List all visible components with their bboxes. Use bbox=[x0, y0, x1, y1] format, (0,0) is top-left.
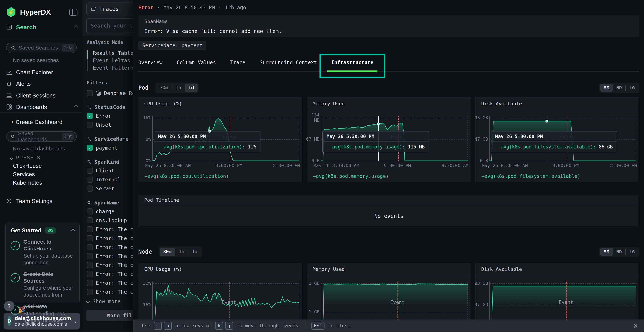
chart-header: Memory Used bbox=[307, 98, 471, 110]
get-started-item-title: Add Data bbox=[24, 303, 74, 310]
get-started-item[interactable]: ✓Create Data SourcesConfigure where your… bbox=[10, 271, 74, 298]
footer-use-label: Use bbox=[142, 323, 150, 328]
filter-option-label: Error bbox=[96, 113, 111, 119]
chart-explorer-label: Chart Explorer bbox=[16, 69, 53, 76]
sidebar-item-team-settings[interactable]: Team Settings bbox=[6, 196, 78, 206]
sidebar-item-chart-explorer[interactable]: Chart Explorer bbox=[6, 67, 78, 77]
checkbox[interactable] bbox=[87, 271, 93, 277]
checkbox-checked[interactable]: ✓ bbox=[87, 113, 93, 119]
sidebar-item-alerts[interactable]: Alerts bbox=[6, 79, 78, 89]
pod-section-header: Pod 30m1h1d SMMDLG bbox=[138, 82, 639, 94]
tab-infrastructure[interactable]: Infrastructure bbox=[331, 54, 374, 71]
pod-charts-row: CPU Usage (%)16%8%0%EventMay 26 5:30:00 … bbox=[138, 97, 639, 182]
shortcut-badge: ⌘K bbox=[62, 133, 74, 140]
chart-body: 93 GB47 GB0 BEventMay 26 5:30:00 PM— avg… bbox=[476, 110, 639, 182]
node-range-toggle: 30m1h1d bbox=[158, 246, 202, 257]
chart-plot-pod-disk[interactable]: 93 GB47 GB0 BEventMay 26 5:30:00 PM— avg… bbox=[490, 116, 636, 161]
node-size-md[interactable]: MD bbox=[613, 248, 626, 256]
x-axis-label: 8:30:00 AM bbox=[273, 163, 300, 168]
search-icon bbox=[10, 134, 15, 139]
layout-icon bbox=[6, 104, 12, 110]
saved-dashboards-input[interactable]: Saved Dashboards ⌘K bbox=[6, 131, 77, 142]
sidebar-item-client-sessions[interactable]: Client Sessions bbox=[6, 90, 78, 100]
close-icon[interactable]: × bbox=[633, 322, 638, 330]
arrow-keycap: → bbox=[164, 322, 172, 330]
node-size-lg[interactable]: LG bbox=[626, 248, 638, 256]
sidebar-preset-kubernetes[interactable]: Kubernetes bbox=[13, 178, 42, 187]
checkbox[interactable] bbox=[87, 235, 93, 241]
tooltip-series-value: 115 MB bbox=[405, 144, 425, 150]
chevron-up-icon[interactable] bbox=[71, 228, 75, 232]
chart-title: Memory Used bbox=[313, 101, 345, 106]
node-range-1d[interactable]: 1d bbox=[188, 248, 201, 256]
chart-title: Disk Available bbox=[481, 266, 522, 272]
sidebar-item-search[interactable]: Search bbox=[6, 22, 78, 32]
pod-range-30m[interactable]: 30m bbox=[156, 84, 172, 92]
node-range-30m[interactable]: 30m bbox=[160, 248, 175, 256]
tab-trace[interactable]: Trace bbox=[230, 54, 245, 71]
create-dashboard-button[interactable]: + Create Dashboard bbox=[11, 117, 78, 127]
chevron-down-icon bbox=[10, 156, 14, 160]
chart-plot-pod-mem[interactable]: 134 MB67 MB0 BEventMay 26 5:30:00 PM— av… bbox=[321, 116, 468, 161]
user-menu[interactable]: D dale@clickhouse.com dale@clickhouse.co… bbox=[4, 313, 80, 330]
hover-point-marker bbox=[377, 122, 380, 125]
pod-size-lg[interactable]: LG bbox=[626, 84, 638, 92]
checkbox[interactable] bbox=[87, 122, 93, 128]
checkbox[interactable] bbox=[87, 253, 93, 259]
sidebar-preset-services[interactable]: Services bbox=[13, 170, 42, 178]
check-circle-icon: ✓ bbox=[10, 273, 20, 282]
search-icon bbox=[87, 105, 92, 110]
checkbox[interactable] bbox=[87, 208, 93, 214]
checkbox[interactable] bbox=[87, 226, 93, 232]
letter-keycap: j bbox=[225, 322, 233, 330]
sidebar-preset-clickhouse[interactable]: ClickHouse bbox=[13, 162, 42, 170]
pod-range-1d[interactable]: 1d bbox=[185, 84, 198, 92]
y-axis-label: 93 GB bbox=[472, 281, 488, 286]
get-started-item[interactable]: ✓Connect to ClickHouseSet up your databa… bbox=[10, 238, 74, 266]
y-axis-label: 134 MB bbox=[304, 112, 320, 123]
node-range-1h[interactable]: 1h bbox=[175, 248, 188, 256]
checkbox[interactable] bbox=[87, 186, 93, 192]
help-button[interactable]: ? bbox=[4, 301, 14, 311]
checkbox[interactable] bbox=[87, 289, 93, 295]
node-size-sm[interactable]: SM bbox=[600, 248, 613, 256]
sidebar-item-dashboards[interactable]: Dashboards bbox=[6, 102, 78, 112]
y-axis-label: 67 MB bbox=[304, 137, 320, 142]
pod-size-sm[interactable]: SM bbox=[600, 84, 613, 92]
y-axis-label: 47 GB bbox=[472, 302, 488, 307]
checkbox[interactable] bbox=[87, 217, 93, 224]
saved-searches-input[interactable]: Saved Searches ⌘K bbox=[6, 42, 77, 53]
hover-point-marker bbox=[208, 130, 211, 132]
checkbox[interactable] bbox=[87, 168, 93, 174]
footer-divider bbox=[306, 322, 306, 329]
denoise-checkbox[interactable] bbox=[87, 90, 93, 96]
checkbox-checked[interactable]: ✓ bbox=[87, 145, 93, 151]
y-axis-label: 0 B bbox=[472, 158, 488, 164]
footer-arrow-text: arrow keys or bbox=[175, 323, 212, 328]
collapse-sidebar-icon[interactable] bbox=[69, 9, 78, 16]
chevron-up-icon[interactable] bbox=[74, 105, 78, 109]
tooltip-series-row: — avg(k8s.pod.filesystem.available): 86 … bbox=[491, 142, 617, 152]
pod-timeline-title: Pod Timeline bbox=[138, 195, 639, 205]
chart-plot-pod-cpu[interactable]: 16%8%0%EventMay 26 5:30:00 PM— avg(k8s.p… bbox=[152, 116, 299, 161]
checkbox[interactable] bbox=[87, 176, 93, 183]
presets-toggle[interactable]: PRESETS bbox=[10, 155, 40, 160]
chevron-up-icon[interactable] bbox=[74, 25, 78, 29]
chart-title: Memory Used bbox=[313, 266, 345, 272]
tab-column-values[interactable]: Column Values bbox=[177, 54, 216, 71]
pod-size-md[interactable]: MD bbox=[613, 84, 626, 92]
tab-surrounding-context[interactable]: Surrounding Context bbox=[260, 54, 317, 71]
separator-dot: · bbox=[157, 5, 160, 10]
tooltip-timestamp: May 26 5:30:00 PM bbox=[491, 132, 617, 142]
checkbox[interactable] bbox=[87, 280, 93, 286]
checkbox[interactable] bbox=[87, 244, 93, 250]
tooltip-timestamp: May 26 5:30:00 PM bbox=[154, 132, 260, 142]
checkbox[interactable] bbox=[87, 262, 93, 268]
pod-range-1h[interactable]: 1h bbox=[172, 84, 185, 92]
tooltip-series-value: 11% bbox=[245, 144, 256, 150]
y-axis-label: 16% bbox=[136, 115, 151, 120]
source-select-value: Traces bbox=[99, 6, 118, 12]
service-name-chip[interactable]: ServiceName: payment bbox=[138, 41, 206, 50]
chart-card-pod-mem: Memory Used134 MB67 MB0 BEventMay 26 5:3… bbox=[307, 97, 471, 182]
tab-overview[interactable]: Overview bbox=[138, 54, 162, 71]
